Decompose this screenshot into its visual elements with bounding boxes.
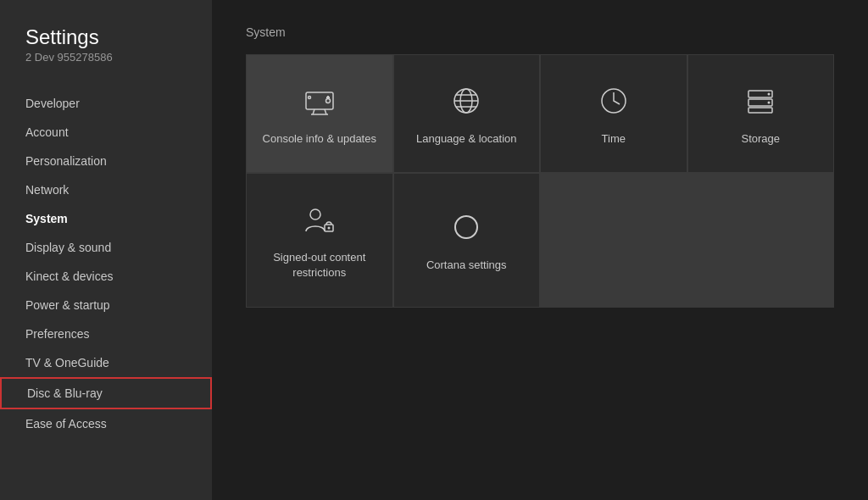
sidebar-header: Settings 2 Dev 955278586	[0, 25, 212, 89]
sidebar-item-developer[interactable]: Developer	[0, 89, 212, 118]
grid-cell-time[interactable]: Time	[541, 55, 687, 172]
console-icon	[299, 81, 340, 121]
svg-point-15	[768, 93, 771, 96]
sidebar-item-ease-of-access[interactable]: Ease of Access	[0, 409, 212, 438]
svg-rect-14	[748, 108, 772, 113]
cell-label-language-location: Language & location	[416, 131, 517, 147]
clock-icon	[593, 81, 634, 121]
circle-icon	[446, 207, 487, 247]
grid-cell-language-location[interactable]: Language & location	[394, 55, 540, 172]
cell-label-signed-out-content: Signed-out content restrictions	[259, 250, 380, 281]
svg-rect-0	[306, 92, 333, 109]
sidebar-item-system[interactable]: System	[0, 204, 212, 233]
svg-line-2	[325, 109, 326, 114]
settings-grid: Console info & updatesLanguage & locatio…	[246, 54, 834, 308]
cell-label-console-info: Console info & updates	[263, 131, 376, 147]
sidebar-item-kinect-devices[interactable]: Kinect & devices	[0, 262, 212, 291]
cell-label-time: Time	[602, 131, 626, 147]
sidebar-item-network[interactable]: Network	[0, 175, 212, 204]
app-subtitle: 2 Dev 955278586	[25, 51, 186, 64]
svg-point-5	[308, 97, 310, 99]
svg-point-19	[327, 227, 330, 230]
sidebar: Settings 2 Dev 955278586 DeveloperAccoun…	[0, 0, 212, 500]
app-title: Settings	[25, 25, 186, 49]
grid-cell-cortana-settings[interactable]: Cortana settings	[394, 174, 540, 306]
grid-cell-storage[interactable]: Storage	[688, 55, 834, 172]
sidebar-item-preferences[interactable]: Preferences	[0, 319, 212, 348]
cell-label-cortana-settings: Cortana settings	[426, 258, 507, 273]
globe-icon	[446, 81, 487, 121]
sidebar-item-power-startup[interactable]: Power & startup	[0, 291, 212, 319]
sidebar-item-tv-oneguide[interactable]: TV & OneGuide	[0, 348, 212, 377]
cell-label-storage: Storage	[741, 131, 780, 147]
grid-cell-signed-out-content[interactable]: Signed-out content restrictions	[247, 174, 392, 306]
sidebar-item-display-sound[interactable]: Display & sound	[0, 233, 212, 262]
svg-point-20	[455, 216, 477, 238]
svg-point-17	[310, 209, 320, 219]
person-lock-icon	[299, 199, 340, 240]
storage-icon	[740, 81, 781, 121]
sidebar-navigation: DeveloperAccountPersonalizationNetworkSy…	[0, 89, 212, 438]
sidebar-item-account[interactable]: Account	[0, 118, 212, 147]
sidebar-item-disc-bluray[interactable]: Disc & Blu-ray	[0, 377, 212, 409]
section-title: System	[246, 25, 834, 39]
svg-point-4	[326, 99, 330, 103]
grid-cell-console-info[interactable]: Console info & updates	[247, 55, 392, 172]
svg-line-1	[313, 109, 314, 114]
main-content: System Console info & updatesLanguage & …	[212, 0, 868, 500]
sidebar-item-personalization[interactable]: Personalization	[0, 147, 212, 175]
svg-point-16	[768, 102, 771, 104]
